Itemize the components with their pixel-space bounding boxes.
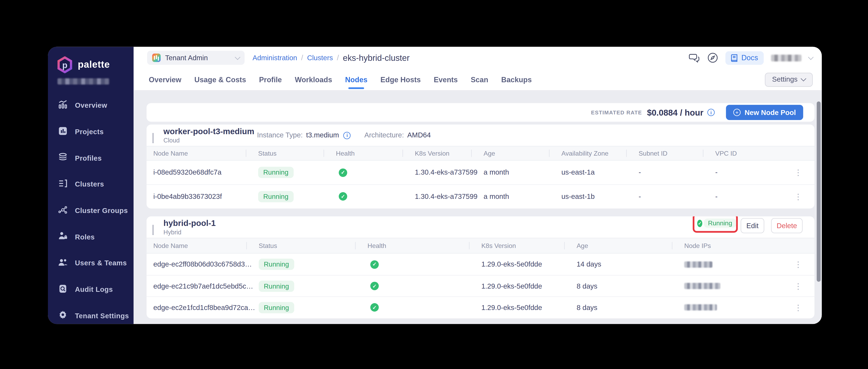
sidebar-item-tenant-settings[interactable]: Tenant Settings bbox=[48, 303, 134, 324]
collapse-chevron-icon[interactable] bbox=[153, 225, 153, 235]
node-name: edge-ec2ff08b06d03c6758d3… bbox=[153, 254, 252, 275]
health-cell: ✓ bbox=[370, 275, 379, 296]
topbar-right: Docs bbox=[689, 51, 813, 64]
table-row: edge-ec2ff08b06d03c6758d3… Running ✓ 1.2… bbox=[147, 254, 814, 275]
sidebar-item-label: Projects bbox=[75, 128, 104, 136]
status-badge: Running bbox=[259, 254, 294, 275]
sidebar-item-label: Users & Teams bbox=[75, 259, 127, 267]
availability-zone: us-east-1a bbox=[561, 161, 595, 184]
sidebar-item-label: Profiles bbox=[75, 154, 102, 162]
col-availability-zone: Availability Zone bbox=[561, 147, 609, 160]
row-menu-kebab-icon[interactable]: ⋮ bbox=[793, 297, 804, 318]
table-row: edge-ec21c9b7aef1dc5ebd5c… Running ✓ 1.2… bbox=[147, 275, 814, 297]
col-vpc-id: VPC ID bbox=[715, 147, 737, 160]
health-ok-icon: ✓ bbox=[339, 192, 347, 201]
instance-type-value: t3.medium bbox=[306, 131, 339, 139]
sidebar-item-cluster-groups[interactable]: Cluster Groups bbox=[48, 197, 134, 224]
sidebar-item-label: Overview bbox=[75, 102, 107, 110]
stage: p palette Overview Projects bbox=[0, 0, 868, 369]
node-ips-redacted bbox=[684, 275, 720, 296]
col-k8s-version: K8s Version bbox=[481, 238, 516, 253]
health-cell: ✓ bbox=[370, 297, 379, 318]
settings-button[interactable]: Settings bbox=[765, 72, 813, 87]
sidebar-item-projects[interactable]: Projects bbox=[48, 119, 134, 145]
username-redacted[interactable] bbox=[771, 54, 802, 61]
layers-icon bbox=[58, 152, 67, 164]
row-menu-kebab-icon[interactable]: ⋮ bbox=[793, 161, 804, 184]
docs-label: Docs bbox=[741, 54, 758, 62]
health-ok-icon: ✓ bbox=[370, 282, 379, 290]
tab-scan[interactable]: Scan bbox=[471, 75, 488, 84]
content-column: Tenant Admin Administration / Clusters /… bbox=[134, 47, 822, 324]
instance-type-label: Instance Type: bbox=[257, 131, 303, 139]
breadcrumb: Administration / Clusters / eks-hybrid-c… bbox=[252, 53, 409, 62]
sidebar-item-label: Audit Logs bbox=[75, 286, 113, 294]
architecture-label: Architecture: bbox=[364, 131, 404, 139]
user-menu-chevron-icon[interactable] bbox=[808, 54, 814, 60]
sidebar-item-audit-logs[interactable]: Audit Logs bbox=[48, 277, 134, 303]
hybrid-pool-table-header: Node Name Status Health K8s Version Age … bbox=[147, 238, 814, 254]
k8s-version: 1.30.4-eks-a737599 bbox=[415, 161, 477, 184]
node-ips-redacted bbox=[684, 297, 717, 318]
status-badge: Running bbox=[259, 297, 294, 318]
pool-kind: Hybrid bbox=[163, 229, 182, 236]
pool-meta: Instance Type: t3.medium i Architecture:… bbox=[257, 124, 431, 146]
k8s-version: 1.30.4-eks-a737599 bbox=[415, 185, 477, 208]
estimated-rate-label: ESTIMATED RATE bbox=[591, 109, 642, 116]
red-annotation-box: ✓ Running bbox=[693, 216, 738, 233]
bar-chart-icon bbox=[58, 126, 67, 138]
tenant-icon bbox=[152, 54, 161, 62]
sidebar-item-users-teams[interactable]: Users & Teams bbox=[48, 250, 134, 276]
new-node-pool-button[interactable]: + New Node Pool bbox=[726, 105, 803, 120]
tab-profile[interactable]: Profile bbox=[259, 75, 282, 84]
vpc-id: - bbox=[715, 185, 718, 208]
vertical-scrollbar[interactable] bbox=[817, 101, 821, 282]
sidebar-item-clusters[interactable]: Clusters bbox=[48, 172, 134, 197]
row-menu-kebab-icon[interactable]: ⋮ bbox=[793, 185, 804, 208]
rate-info-icon[interactable]: i bbox=[707, 109, 715, 116]
settings-label: Settings bbox=[772, 75, 798, 84]
tab-backups[interactable]: Backups bbox=[501, 75, 532, 84]
chat-icon[interactable] bbox=[689, 53, 700, 63]
row-menu-kebab-icon[interactable]: ⋮ bbox=[793, 275, 804, 296]
health-ok-icon: ✓ bbox=[339, 168, 347, 177]
sidebar-item-label: Clusters bbox=[75, 181, 104, 188]
breadcrumb-current-cluster: eks-hybrid-cluster bbox=[343, 53, 409, 62]
compass-icon[interactable] bbox=[708, 52, 718, 63]
sidebar-item-roles[interactable]: Roles bbox=[48, 224, 134, 250]
health-cell: ✓ bbox=[339, 161, 347, 184]
instance-type-info-icon[interactable]: i bbox=[343, 131, 351, 139]
breadcrumb-administration[interactable]: Administration bbox=[252, 54, 297, 62]
row-menu-kebab-icon[interactable]: ⋮ bbox=[793, 254, 804, 275]
breadcrumb-clusters[interactable]: Clusters bbox=[307, 54, 333, 62]
table-row: i-0be4ab9b33673023f Running ✓ 1.30.4-eks… bbox=[147, 184, 814, 208]
delete-pool-button[interactable]: Delete bbox=[771, 218, 803, 233]
tab-workloads[interactable]: Workloads bbox=[295, 75, 332, 84]
health-ok-icon: ✓ bbox=[370, 303, 379, 312]
tab-edge-hosts[interactable]: Edge Hosts bbox=[380, 75, 421, 84]
health-cell: ✓ bbox=[339, 185, 347, 208]
pool-name: hybrid-pool-1 bbox=[163, 219, 216, 228]
docs-button[interactable]: Docs bbox=[726, 51, 764, 64]
topbar: Tenant Admin Administration / Clusters /… bbox=[134, 47, 822, 69]
tenant-selector[interactable]: Tenant Admin bbox=[147, 51, 245, 65]
pool-status-ok-icon: ✓ bbox=[697, 219, 703, 227]
tab-events[interactable]: Events bbox=[434, 75, 458, 84]
nodes-content: ESTIMATED RATE $0.0884 / hour i + New No… bbox=[134, 90, 822, 324]
plus-icon: + bbox=[733, 109, 741, 116]
palette-logo-icon: p bbox=[56, 56, 73, 73]
sidebar-item-label: Tenant Settings bbox=[75, 312, 129, 320]
k8s-version: 1.29.0-eks-5e0fdde bbox=[481, 275, 542, 296]
k8s-version: 1.29.0-eks-5e0fdde bbox=[481, 297, 542, 318]
tab-usage-costs[interactable]: Usage & Costs bbox=[194, 75, 246, 84]
node-ips-redacted bbox=[684, 254, 712, 275]
col-subnet-id: Subnet ID bbox=[639, 147, 668, 160]
sidebar-item-overview[interactable]: Overview bbox=[48, 92, 134, 119]
tab-overview[interactable]: Overview bbox=[149, 75, 181, 84]
architecture-value: AMD64 bbox=[407, 131, 431, 139]
sidebar-item-profiles[interactable]: Profiles bbox=[48, 145, 134, 172]
tab-nodes[interactable]: Nodes bbox=[345, 75, 368, 84]
edit-pool-button[interactable]: Edit bbox=[741, 218, 764, 233]
worker-pool-table-header: Node Name Status Health K8s Version Age … bbox=[147, 146, 814, 160]
collapse-chevron-icon[interactable] bbox=[153, 133, 153, 143]
